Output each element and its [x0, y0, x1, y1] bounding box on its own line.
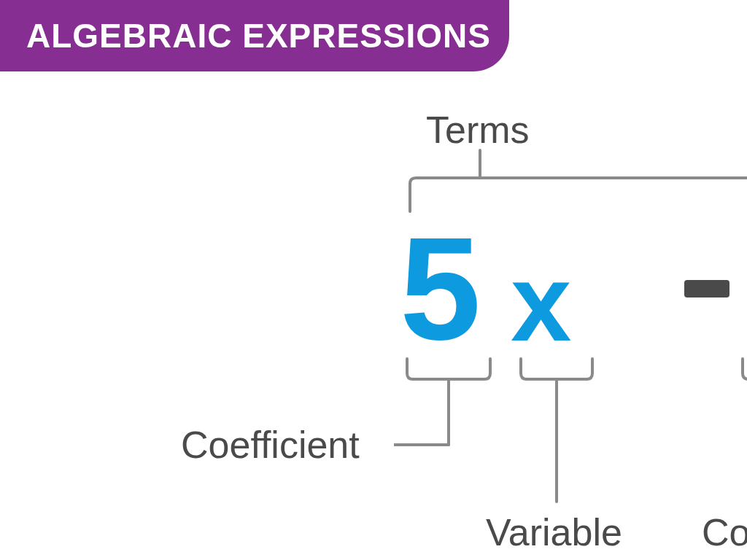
terms-bracket [400, 149, 747, 213]
constant-label-partial: Co [702, 513, 747, 551]
coefficient-bracket [394, 357, 503, 452]
title-text: ALGEBRAIC EXPRESSIONS [26, 16, 491, 55]
constant-bracket-partial [732, 357, 747, 503]
minus-operator [684, 280, 729, 298]
terms-label: Terms [426, 111, 530, 149]
coefficient-label: Coefficient [181, 426, 360, 464]
variable-value: x [511, 248, 571, 357]
variable-bracket [511, 357, 605, 503]
coefficient-value: 5 [400, 216, 476, 362]
title-banner: ALGEBRAIC EXPRESSIONS [0, 0, 509, 71]
variable-label: Variable [486, 513, 622, 551]
